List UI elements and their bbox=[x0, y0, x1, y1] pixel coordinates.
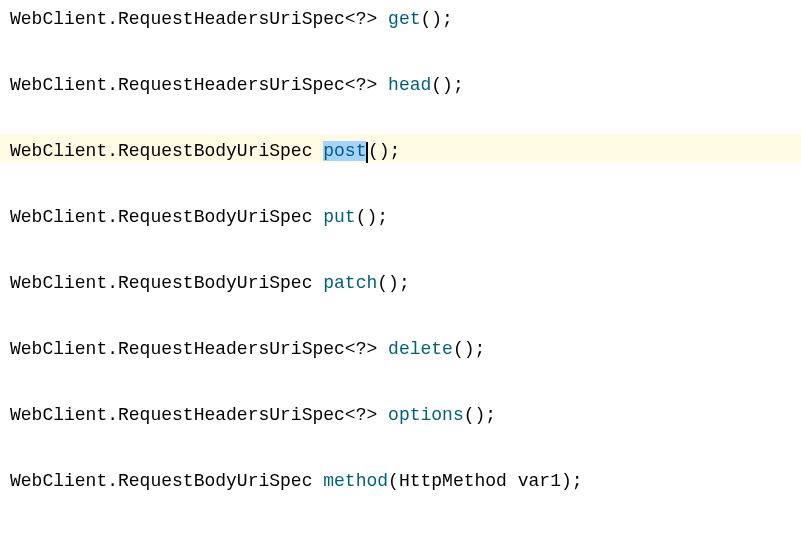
space bbox=[312, 207, 323, 227]
parens-semicolon: (); bbox=[420, 9, 452, 29]
method-name: put bbox=[323, 207, 355, 227]
blank-line bbox=[0, 163, 801, 200]
space bbox=[312, 273, 323, 293]
code-line-get[interactable]: WebClient.RequestHeadersUriSpec<?> get()… bbox=[0, 2, 801, 31]
param-type: HttpMethod bbox=[399, 471, 507, 491]
code-line-delete[interactable]: WebClient.RequestHeadersUriSpec<?> delet… bbox=[0, 332, 801, 361]
param-name: var1 bbox=[518, 471, 561, 491]
open-paren: ( bbox=[388, 471, 399, 491]
generic-param: <?> bbox=[345, 405, 377, 425]
parens-semicolon: (); bbox=[356, 207, 388, 227]
parens-semicolon: (); bbox=[464, 405, 496, 425]
generic-param: <?> bbox=[345, 9, 377, 29]
type-name: WebClient.RequestBodyUriSpec bbox=[10, 471, 312, 491]
close-paren-semicolon: ); bbox=[561, 471, 583, 491]
code-line-options[interactable]: WebClient.RequestHeadersUriSpec<?> optio… bbox=[0, 398, 801, 427]
generic-param: <?> bbox=[345, 75, 377, 95]
generic-param: <?> bbox=[345, 339, 377, 359]
method-name: method bbox=[323, 471, 388, 491]
code-line-method[interactable]: WebClient.RequestBodyUriSpec method(Http… bbox=[0, 464, 801, 493]
code-line-put[interactable]: WebClient.RequestBodyUriSpec put(); bbox=[0, 200, 801, 229]
type-name: WebClient.RequestBodyUriSpec bbox=[10, 141, 312, 161]
blank-line bbox=[0, 295, 801, 332]
type-name: WebClient.RequestBodyUriSpec bbox=[10, 207, 312, 227]
type-name: WebClient.RequestBodyUriSpec bbox=[10, 273, 312, 293]
space bbox=[377, 75, 388, 95]
blank-line bbox=[0, 361, 801, 398]
type-name: WebClient.RequestHeadersUriSpec bbox=[10, 75, 345, 95]
parens-semicolon: (); bbox=[377, 273, 409, 293]
space bbox=[507, 471, 518, 491]
type-name: WebClient.RequestHeadersUriSpec bbox=[10, 339, 345, 359]
method-name: head bbox=[388, 75, 431, 95]
type-name: WebClient.RequestHeadersUriSpec bbox=[10, 405, 345, 425]
space bbox=[377, 9, 388, 29]
blank-line bbox=[0, 31, 801, 68]
blank-line bbox=[0, 427, 801, 464]
code-line-patch[interactable]: WebClient.RequestBodyUriSpec patch(); bbox=[0, 266, 801, 295]
parens-semicolon: (); bbox=[453, 339, 485, 359]
parens-semicolon: (); bbox=[431, 75, 463, 95]
type-name: WebClient.RequestHeadersUriSpec bbox=[10, 9, 345, 29]
method-name: options bbox=[388, 405, 464, 425]
space bbox=[312, 471, 323, 491]
method-name: patch bbox=[323, 273, 377, 293]
method-name-selected: post bbox=[323, 141, 366, 161]
space bbox=[377, 339, 388, 359]
method-name: delete bbox=[388, 339, 453, 359]
blank-line bbox=[0, 97, 801, 134]
method-name: get bbox=[388, 9, 420, 29]
text-cursor bbox=[366, 142, 368, 163]
blank-line bbox=[0, 229, 801, 266]
space bbox=[312, 141, 323, 161]
code-editor[interactable]: WebClient.RequestHeadersUriSpec<?> get()… bbox=[0, 0, 801, 495]
code-line-post[interactable]: WebClient.RequestBodyUriSpec post(); bbox=[0, 134, 801, 163]
code-line-head[interactable]: WebClient.RequestHeadersUriSpec<?> head(… bbox=[0, 68, 801, 97]
space bbox=[377, 405, 388, 425]
parens-semicolon: (); bbox=[368, 141, 400, 161]
